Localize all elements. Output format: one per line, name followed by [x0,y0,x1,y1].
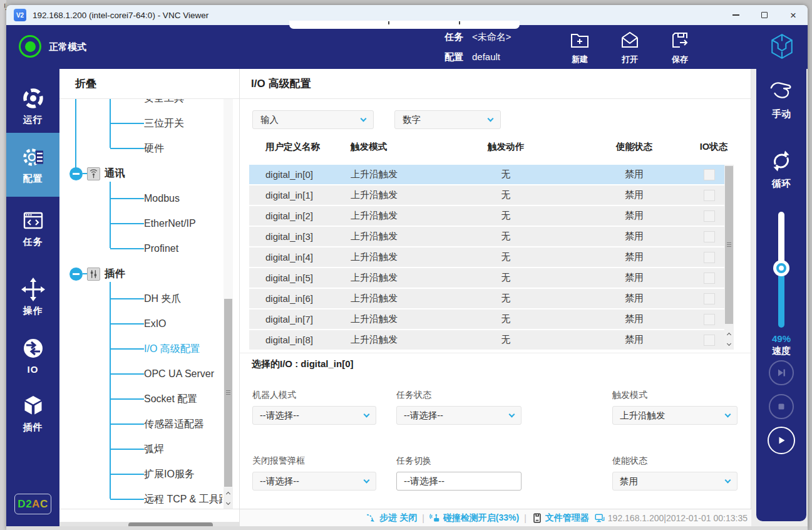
remote-desktop: 正常模式 任务 <未命名> 配置 default 新建 打开 保存 [6,25,808,530]
tree-item-1[interactable]: 三位开关 [59,111,222,136]
d2ac-badge[interactable]: D2AC [14,494,51,514]
tree-vertical-scrollbar[interactable] [224,99,233,509]
nav-item-plugin[interactable]: 插件 [6,386,59,441]
table-vertical-scrollbar[interactable] [724,165,734,350]
collision-status[interactable]: 碰撞检测开启(33%) [429,512,519,524]
tree-item-16[interactable]: 远程 TCP & 工具路径 [59,487,222,509]
step-mode-status[interactable]: 步进 关闭 [366,512,417,524]
tree-item-6[interactable]: Profinet [59,236,222,261]
tree-item-15[interactable]: 扩展IO服务 [59,462,222,487]
manual-mode-button[interactable]: 手动 [756,79,806,120]
collapse-all-label[interactable]: 折叠 [75,76,96,91]
io-state-checkbox[interactable] [704,210,715,222]
io-state-checkbox[interactable] [704,169,715,180]
table-row[interactable]: digital_in[3]上升沿触发无禁用 [249,227,724,247]
tree-item-10[interactable]: I/O 高级配置 [59,336,222,361]
task-label: 任务 [445,31,463,43]
io-state-checkbox[interactable] [704,231,715,242]
nav-item-io[interactable]: IO [6,328,59,383]
collapse-minus-icon[interactable] [69,268,83,281]
config-tree: 安全工具三位开关硬件通讯ModbusEtherNet/IPProfinet插件D… [59,99,222,509]
play-button[interactable] [768,427,795,454]
cell-name: digital_in[5] [249,273,343,283]
io-state-checkbox[interactable] [704,190,715,201]
io-type-select[interactable]: 数字 [394,110,501,129]
io-direction-select[interactable]: 输入 [252,110,374,129]
step-run-button[interactable] [769,360,794,385]
stop-button[interactable] [769,394,794,419]
field-select[interactable]: 禁用 [612,472,737,491]
collision-icon [429,512,441,524]
table-row[interactable]: digital_in[6]上升沿触发无禁用 [249,289,724,309]
tree-item-4[interactable]: Modbus [59,186,222,211]
field-select[interactable]: --请选择-- [252,406,376,425]
col-enable-state: 使能状态 [575,141,694,153]
scroll-down-button[interactable] [724,339,734,350]
tree-item-0[interactable]: 安全工具 [59,99,222,111]
col-trigger-mode: 触发模式 [343,141,437,153]
save-button[interactable]: 保存 [660,30,700,65]
scroll-down-button[interactable] [224,498,233,509]
table-row[interactable]: digital_in[5]上升沿触发无禁用 [249,268,724,289]
selected-io-label: 选择的I/O : digital_in[0] [252,358,354,370]
field-select[interactable]: 上升沿触发 [612,406,737,425]
scroll-up-button[interactable] [724,328,734,339]
left-nav: D2AC 运行配置任务操作IO插件 [6,69,59,530]
io-state-checkbox[interactable] [704,335,715,346]
new-button[interactable]: 新建 [560,30,600,65]
sliders-icon [87,268,100,281]
table-row[interactable]: digital_in[0]上升沿触发无禁用 [249,165,724,185]
scrollbar-thumb[interactable] [725,166,733,324]
scroll-up-button[interactable] [224,487,233,498]
speed-percent: 49% [756,333,806,344]
table-row[interactable]: digital_in[4]上升沿触发无禁用 [249,247,724,268]
nav-item-config[interactable]: 配置 [6,133,59,197]
tree-item-5[interactable]: EtherNet/IP [59,211,222,236]
table-row[interactable]: digital_in[1]上升沿触发无禁用 [249,185,724,206]
tree-item-8[interactable]: DH 夹爪 [59,286,222,311]
nav-item-task[interactable]: 任务 [6,200,59,256]
maximize-button[interactable] [750,5,779,25]
app-header: 正常模式 任务 <未命名> 配置 default 新建 打开 保存 [6,25,808,69]
tree-group-3[interactable]: 通讯 [59,161,222,186]
tree-panel: 折叠 安全工具三位开关硬件通讯ModbusEtherNet/IPProfinet… [59,69,240,509]
cycle-mode-button[interactable]: 循环 [756,148,806,190]
tree-item-2[interactable]: 硬件 [59,136,222,161]
io-state-checkbox[interactable] [704,314,715,325]
task-value: <未命名> [472,31,511,43]
tree-item-12[interactable]: Socket 配置 [59,387,222,412]
speed-slider[interactable] [778,212,784,328]
tree-item-13[interactable]: 传感器适配器 [59,412,222,437]
background-window-edge: 刂 [0,0,6,530]
main-panel: I/O 高级配置 输入 数字 用户定义名称 触发模式 触发动作 使能状态 IO状… [240,69,751,509]
cell-enable-state: 禁用 [575,334,694,346]
nav-item-run[interactable]: 运行 [6,78,59,133]
field-select[interactable]: --请选择-- [396,406,522,425]
tree-item-9[interactable]: ExIO [59,311,222,336]
cell-enable-state: 禁用 [575,189,694,201]
table-row[interactable]: digital_in[8]上升沿触发无禁用 [249,330,724,350]
field-input[interactable]: --请选择-- [396,472,522,491]
file-manager-button[interactable]: 文件管理器 [532,512,589,524]
nav-item-operate[interactable]: 操作 [6,269,59,325]
tree-group-7[interactable]: 插件 [59,261,222,286]
open-button[interactable]: 打开 [610,30,650,65]
config-icon [21,145,46,170]
tree-item-11[interactable]: OPC UA Server [59,361,222,387]
cell-trigger-mode: 上升沿触发 [343,251,437,263]
slider-thumb[interactable] [773,260,789,276]
table-row[interactable]: digital_in[7]上升沿触发无禁用 [249,309,724,330]
field-select[interactable]: --请选择-- [252,472,376,491]
collapse-minus-icon[interactable] [69,167,83,180]
cell-trigger-mode: 上升沿触发 [343,272,437,284]
close-button[interactable]: × [779,5,808,25]
table-row[interactable]: digital_in[2]上升沿触发无禁用 [249,206,724,227]
minimize-button[interactable] [721,5,750,25]
scrollbar-thumb[interactable] [224,299,232,487]
io-state-checkbox[interactable] [704,293,715,304]
io-state-checkbox[interactable] [704,273,715,284]
vnc-toolbar-notch[interactable] [289,21,520,29]
io-state-checkbox[interactable] [704,252,715,263]
form-field-0: 机器人模式--请选择-- [252,390,376,425]
tree-item-14[interactable]: 弧焊 [59,437,222,462]
